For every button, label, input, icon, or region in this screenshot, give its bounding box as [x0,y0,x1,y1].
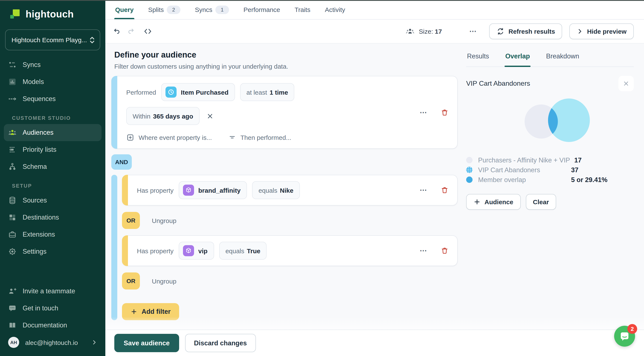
documentation-item[interactable]: Documentation [4,317,102,334]
gear-icon [8,247,17,256]
sidebar-item-sources[interactable]: Sources [4,192,102,209]
sidebar-item-priority-lists[interactable]: Priority lists [4,141,102,158]
tab-query[interactable]: Query [114,0,134,19]
sidebar-item-schema[interactable]: Schema [4,158,102,175]
where-event-property-label: Where event property is... [138,134,212,141]
redo-button[interactable] [124,24,137,38]
audience-tabs: Query Splits2 Syncs1 Performance Traits … [114,0,346,19]
overlap-venn-diagram [508,96,610,147]
event-filter-card-actions: ⋯ [418,106,450,118]
ungroup-link[interactable]: Ungroup [152,217,176,224]
code-view-button[interactable] [141,24,154,38]
tab-overlap[interactable]: Overlap [504,44,530,66]
or-operator-chip[interactable]: OR [122,272,140,290]
property-filter-accent-bar [122,175,128,206]
property-filter-delete-button[interactable] [440,246,450,256]
sidebar-item-extensions[interactable]: Extensions [4,226,102,243]
legend-dot-icon [466,176,472,183]
ungroup-link[interactable]: Ungroup [152,277,176,284]
add-filter-button[interactable]: Add filter [122,303,179,320]
intercom-unread-badge: 2 [627,324,637,334]
refresh-icon [496,27,504,36]
or-operator-chip[interactable]: OR [122,212,140,229]
time-window-row: Within 365 days ago [126,107,406,125]
clear-button[interactable]: Clear [526,194,556,210]
discard-changes-button[interactable]: Discard changes [185,334,256,352]
legend-value: 37 [571,166,578,174]
query-toolbar: Size: 17 ⋯ Refresh results Hide preview [105,20,644,44]
close-overlap-button[interactable] [618,76,634,91]
tab-syncs[interactable]: Syncs1 [194,0,230,19]
add-filter-label: Add filter [142,308,170,316]
event-filter-delete-button[interactable] [440,108,450,117]
invite-teammate-item[interactable]: Invite a teammate [4,283,102,300]
hide-preview-button[interactable]: Hide preview [570,24,634,39]
tab-traits[interactable]: Traits [294,0,311,19]
event-filter-row: Performed Item Purchased at least 1 time [126,83,406,101]
schema-icon [8,162,17,171]
tab-breakdown[interactable]: Breakdown [545,44,580,66]
sidebar-item-label: Audiences [22,129,54,136]
account-item[interactable]: AH alec@hightouch.io [4,334,102,351]
property-filter-delete-button[interactable] [440,185,450,195]
property-chip[interactable]: vip [179,242,214,260]
frequency-chip[interactable]: at least 1 time [240,83,294,101]
models-icon [8,78,17,86]
operator-value: True [247,247,260,254]
property-name: brand_affinity [198,186,240,194]
toolbar-more-button[interactable]: ⋯ [468,25,479,38]
then-performed-action[interactable]: Then performed... [228,134,291,142]
sidebar-footer: Invite a teammate Get in touch Documenta… [0,283,105,356]
sidebar-item-destinations[interactable]: Destinations [4,209,102,226]
sidebar-item-settings[interactable]: Settings [4,243,102,260]
or-row: OR Ungroup [122,212,458,229]
save-bar: Save audience Discard changes [105,330,644,356]
tab-label: Syncs [195,6,212,13]
tab-activity[interactable]: Activity [324,0,346,19]
sidebar-item-syncs[interactable]: Syncs [4,56,102,73]
sidebar-item-models[interactable]: Models [4,73,102,90]
event-chip[interactable]: Item Purchased [161,83,235,101]
builder-subtitle: Filter down customers using anything in … [114,63,458,70]
legend-label: VIP Cart Abandoners [478,166,571,174]
save-audience-button[interactable]: Save audience [114,334,179,352]
tab-label: Traits [295,6,310,13]
time-window-chip[interactable]: Within 365 days ago [126,107,200,125]
add-audience-button[interactable]: Audience [466,194,520,210]
intercom-launcher[interactable]: 2 [614,326,635,346]
operator-value-chip[interactable]: equals True [219,242,267,260]
logo: hightouch [0,0,105,25]
intercom-chat-icon [619,331,630,342]
tab-splits[interactable]: Splits2 [147,0,181,19]
tab-results[interactable]: Results [466,44,490,66]
account-email: alec@hightouch.io [25,339,78,346]
add-audience-label: Audience [484,198,513,206]
property-filter-more-button[interactable]: ⋯ [418,184,430,196]
person-add-icon [8,287,17,296]
property-filter-more-button[interactable]: ⋯ [418,244,430,257]
remove-time-window-button[interactable] [205,111,216,121]
and-operator-chip[interactable]: AND [111,154,132,170]
group-accent-bar [111,175,117,320]
sidebar-item-sequences[interactable]: Sequences [4,90,102,108]
funnel-lines-icon [228,134,236,142]
cube-property-icon [183,184,194,196]
sidebar-item-audiences[interactable]: Audiences [4,124,102,141]
size-label: Size: [419,28,433,35]
refresh-results-button[interactable]: Refresh results [489,24,562,39]
operator-value-chip[interactable]: equals Nike [252,181,300,199]
performed-label: Performed [126,88,156,96]
tab-performance[interactable]: Performance [243,0,281,19]
undo-button[interactable] [110,24,124,38]
property-chip[interactable]: brand_affinity [179,181,247,199]
cube-property-icon [183,245,194,256]
overlap-actions: Audience Clear [466,194,634,210]
event-filter-more-button[interactable]: ⋯ [418,106,430,118]
sidebar-item-label: Extensions [22,231,55,238]
workspace-switcher[interactable]: Hightouch Ecomm Playg... [5,30,100,50]
where-event-property-action[interactable]: Where event property is... [126,134,212,142]
get-in-touch-item[interactable]: Get in touch [4,300,102,317]
sources-icon [8,196,17,205]
property-filter-card-actions: ⋯ [418,184,450,196]
has-property-label: Has property [137,247,174,254]
